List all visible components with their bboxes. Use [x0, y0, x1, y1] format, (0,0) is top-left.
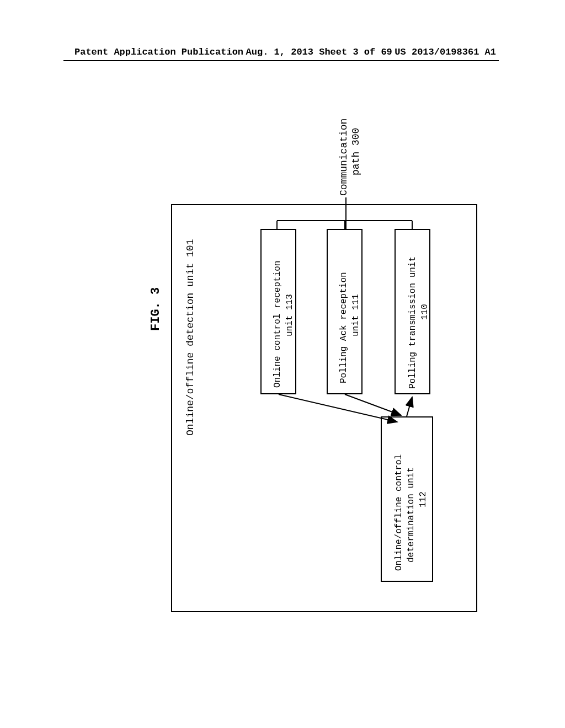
online-control-reception-text1: Online control reception: [272, 261, 284, 388]
header-rule: [63, 60, 499, 61]
communication-path-label1: Communication: [338, 119, 349, 196]
header-right: US 2013/0198361 A1: [395, 47, 496, 57]
header-left: Patent Application Publication: [74, 47, 243, 57]
determination-unit-text2: determination unit: [406, 467, 417, 563]
detection-unit-label: Online/offline detection unit 101: [185, 239, 196, 436]
polling-ack-reception-text2: unit 111: [350, 294, 362, 336]
polling-transmission-unit-text2: 110: [419, 304, 431, 320]
online-control-reception-text2: unit 113: [284, 294, 296, 336]
figure-container: FIG. 3 Online/offline detection unit 101…: [72, 105, 486, 618]
figure-label: FIG. 3: [149, 287, 163, 331]
determination-unit-text1: Online/offline control: [393, 454, 405, 571]
communication-path-label2: path 300: [350, 128, 361, 175]
page-header: Patent Application Publication Aug. 1, 2…: [0, 47, 565, 57]
polling-transmission-unit-text1: Polling transmission unit: [407, 256, 419, 389]
polling-ack-reception-text1: Polling Ack reception: [338, 272, 350, 383]
header-center: Aug. 1, 2013 Sheet 3 of 69: [246, 47, 392, 57]
determination-unit-text3: 112: [418, 491, 429, 507]
